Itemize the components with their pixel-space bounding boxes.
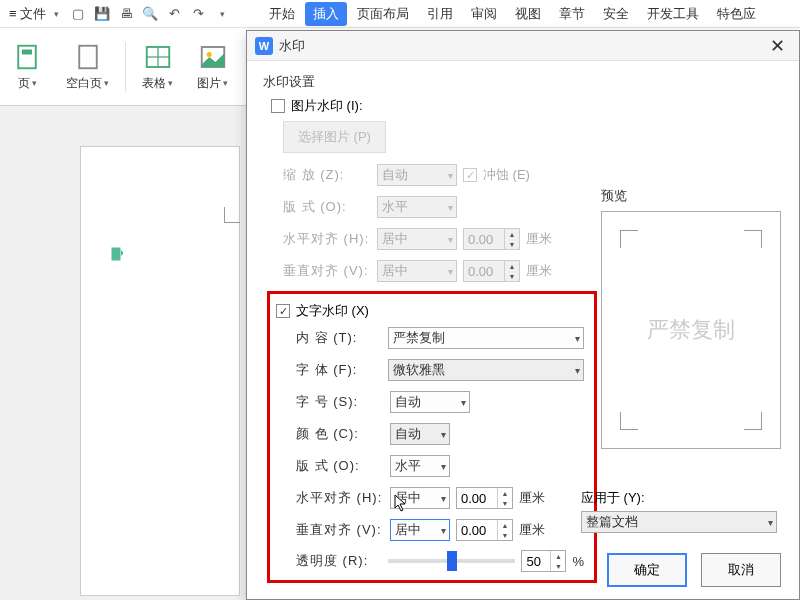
chevron-down-icon: ▾: [768, 517, 773, 528]
tab-review[interactable]: 审阅: [463, 2, 505, 26]
paragraph-icon: [111, 247, 123, 261]
chevron-down-icon: ▾: [441, 461, 446, 472]
tab-developer[interactable]: 开发工具: [639, 2, 707, 26]
color-select[interactable]: 自动▾: [390, 423, 450, 445]
blank-page-icon: [73, 42, 103, 72]
spin-up-icon: ▲: [505, 261, 519, 271]
chevron-down-icon: ▾: [441, 493, 446, 504]
ribbon-item-label: 表格: [142, 75, 166, 92]
svg-rect-2: [79, 45, 97, 68]
redo-icon[interactable]: ↷: [189, 5, 207, 23]
file-menu[interactable]: ≡ 文件: [3, 5, 52, 23]
folder-icon[interactable]: ▢: [69, 5, 87, 23]
txt-valign-label: 垂直对齐 (V):: [296, 521, 384, 539]
chevron-down-icon: ▾: [168, 78, 173, 88]
ribbon-picture[interactable]: 图片▾: [185, 38, 240, 96]
chevron-down-icon: ▾: [448, 234, 453, 245]
svg-rect-9: [112, 248, 120, 260]
opacity-slider[interactable]: [388, 559, 515, 563]
chevron-down-icon: ▾: [575, 333, 580, 344]
preview-icon[interactable]: 🔍: [141, 5, 159, 23]
content-select[interactable]: 严禁复制▾: [388, 327, 584, 349]
preview-corner: [620, 230, 638, 248]
page-corner-mark: [224, 207, 240, 223]
ribbon-separator: [125, 42, 126, 92]
dialog-titlebar[interactable]: W 水印 ✕: [247, 31, 799, 61]
svg-point-7: [206, 52, 211, 57]
spin-up-icon[interactable]: ▲: [498, 520, 512, 530]
tab-chapter[interactable]: 章节: [551, 2, 593, 26]
document-page[interactable]: [80, 146, 240, 596]
chevron-down-icon: ▾: [32, 78, 37, 88]
svg-rect-0: [18, 45, 36, 68]
tab-start[interactable]: 开始: [261, 2, 303, 26]
spin-up-icon[interactable]: ▲: [498, 488, 512, 498]
font-select[interactable]: 微软雅黑▾: [388, 359, 584, 381]
opacity-label: 透明度 (R):: [296, 552, 382, 570]
erode-label: 冲蚀 (E): [483, 166, 530, 184]
spin-up-icon[interactable]: ▲: [551, 551, 565, 561]
text-watermark-section: 文字水印 (X) 内 容 (T): 严禁复制▾ 字 体 (F): 微软雅黑▾ 字…: [267, 291, 597, 583]
halign-label: 水平对齐 (H):: [283, 230, 371, 248]
select-picture-button: 选择图片 (P): [283, 121, 386, 153]
file-dropdown-arrow[interactable]: ▾: [54, 9, 59, 19]
apply-to-select[interactable]: 整篇文档▾: [581, 511, 777, 533]
watermark-dialog: W 水印 ✕ 水印设置 图片水印 (I): 选择图片 (P) 缩 放 (Z): …: [246, 30, 800, 600]
txt-halign-select[interactable]: 居中▾: [390, 487, 450, 509]
tab-feature[interactable]: 特色应: [709, 2, 764, 26]
preview-corner: [744, 230, 762, 248]
opacity-spinner[interactable]: ▲▼: [521, 550, 566, 572]
dialog-button-row: 确定 取消: [607, 553, 781, 587]
chevron-down-icon: ▾: [448, 202, 453, 213]
tab-view[interactable]: 视图: [507, 2, 549, 26]
txt-valign-select[interactable]: 居中▾: [390, 519, 450, 541]
preview-label: 预览: [601, 187, 781, 205]
valign-label: 垂直对齐 (V):: [283, 262, 371, 280]
size-select[interactable]: 自动▾: [390, 391, 470, 413]
tab-insert[interactable]: 插入: [305, 2, 347, 26]
spin-down-icon: ▼: [505, 271, 519, 281]
txt-halign-label: 水平对齐 (H):: [296, 489, 384, 507]
img-valign-select: 居中▾: [377, 260, 457, 282]
tab-reference[interactable]: 引用: [419, 2, 461, 26]
preview-pane: 预览 严禁复制: [601, 187, 781, 449]
preview-box: 严禁复制: [601, 211, 781, 449]
zoom-label: 缩 放 (Z):: [283, 166, 371, 184]
chevron-down-icon: ▾: [461, 397, 466, 408]
preview-corner: [620, 412, 638, 430]
menubar: ≡ 文件 ▾ ▢ 💾 🖶 🔍 ↶ ↷ ▾ 开始 插入 页面布局 引用 审阅 视图…: [0, 0, 800, 28]
txt-layout-select[interactable]: 水平▾: [390, 455, 450, 477]
undo-icon[interactable]: ↶: [165, 5, 183, 23]
ribbon-blank-page[interactable]: 空白页▾: [54, 38, 121, 96]
cancel-button[interactable]: 取消: [701, 553, 781, 587]
tab-security[interactable]: 安全: [595, 2, 637, 26]
app-icon: W: [255, 37, 273, 55]
table-icon: [143, 42, 173, 72]
spin-down-icon[interactable]: ▼: [498, 530, 512, 540]
chevron-down-icon: ▾: [448, 266, 453, 277]
image-watermark-checkbox[interactable]: [271, 99, 285, 113]
ribbon-item-label: 空白页: [66, 75, 102, 92]
ribbon-cover-page[interactable]: 页▾: [0, 38, 54, 96]
txt-halign-spinner[interactable]: ▲▼: [456, 487, 513, 509]
ribbon-table[interactable]: 表格▾: [130, 38, 185, 96]
chevron-down-icon: ▾: [448, 170, 453, 181]
preview-watermark-text: 严禁复制: [647, 315, 735, 345]
spin-down-icon[interactable]: ▼: [498, 498, 512, 508]
image-watermark-label: 图片水印 (I):: [291, 97, 363, 115]
print-icon[interactable]: 🖶: [117, 5, 135, 23]
save-icon[interactable]: 💾: [93, 5, 111, 23]
img-layout-select: 水平▾: [377, 196, 457, 218]
qat-more-icon[interactable]: ▾: [213, 5, 231, 23]
unit-label: 厘米: [526, 262, 552, 280]
font-label: 字 体 (F):: [296, 361, 382, 379]
txt-valign-spinner[interactable]: ▲▼: [456, 519, 513, 541]
img-halign-spinner: ▲▼: [463, 228, 520, 250]
ribbon-tabs: 开始 插入 页面布局 引用 审阅 视图 章节 安全 开发工具 特色应: [261, 2, 764, 26]
tab-layout[interactable]: 页面布局: [349, 2, 417, 26]
slider-thumb[interactable]: [447, 551, 457, 571]
close-icon[interactable]: ✕: [764, 35, 791, 57]
ok-button[interactable]: 确定: [607, 553, 687, 587]
spin-down-icon[interactable]: ▼: [551, 561, 565, 571]
text-watermark-checkbox[interactable]: [276, 304, 290, 318]
